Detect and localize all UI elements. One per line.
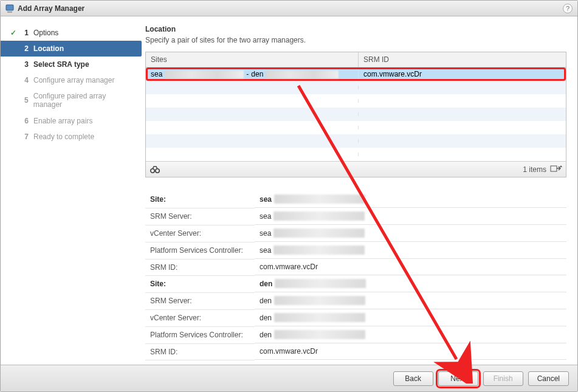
step-configure-array-manager: 4 Configure array manager: [1, 72, 142, 88]
step-options[interactable]: ✓ 1 Options: [1, 25, 142, 41]
step-label: Ready to complete: [33, 132, 94, 141]
grid-footer: 1 items: [146, 161, 566, 177]
wizard-footer: Back Next Finish Cancel: [1, 365, 577, 391]
site-b-prefix: den: [251, 70, 263, 78]
redacted-text: [274, 194, 365, 204]
svg-point-3: [156, 168, 159, 172]
detail-prefix: den: [260, 297, 272, 305]
detail-row: SRM ID:com.vmware.vcDr: [145, 259, 566, 275]
steps-sidebar: ✓ 1 Options 2 Location 3 Select SRA type…: [1, 16, 142, 365]
detail-value: sea: [255, 225, 566, 242]
grid-header-row: Sites SRM ID: [146, 52, 566, 67]
detail-prefix: sea: [260, 229, 271, 238]
step-ready-to-complete: 7 Ready to complete: [1, 129, 142, 145]
redacted-text: [165, 70, 244, 78]
redacted-text: [266, 70, 339, 78]
find-icon[interactable]: [150, 165, 160, 174]
svg-rect-0: [6, 5, 13, 10]
redacted-text: [274, 313, 365, 322]
detail-value: den: [255, 275, 566, 292]
redacted-text: [274, 296, 365, 305]
detail-row: SRM ID:com.vmware.vcDr: [145, 343, 566, 360]
step-label: Enable array pairs: [33, 117, 92, 125]
pager: 1 items: [523, 164, 562, 174]
detail-value: sea: [255, 242, 566, 259]
detail-row: Site:sea: [145, 191, 566, 208]
table-row: [146, 134, 566, 148]
detail-prefix: sea: [260, 212, 271, 221]
table-row[interactable]: sea - den com.vmware.vcDr: [146, 67, 566, 81]
col-header-srmid[interactable]: SRM ID: [359, 52, 566, 67]
detail-value: den: [255, 309, 566, 326]
step-number: 6: [22, 117, 29, 125]
redacted-text: [274, 246, 365, 255]
content-pane: Location Specify a pair of sites for the…: [142, 16, 577, 365]
detail-row: SRM Server:den: [145, 292, 566, 309]
checkmark-icon: ✓: [9, 29, 18, 37]
table-row: [146, 148, 566, 161]
step-label: Select SRA type: [33, 60, 89, 69]
detail-prefix: sea: [260, 195, 272, 204]
svg-rect-1: [7, 12, 12, 13]
wizard-body: ✓ 1 Options 2 Location 3 Select SRA type…: [1, 16, 577, 365]
step-number: 4: [22, 76, 29, 84]
grid-body: sea - den com.vmware.vcDr: [146, 67, 566, 161]
detail-row: Platform Services Controller:sea: [145, 242, 566, 259]
detail-key: Platform Services Controller:: [145, 242, 255, 259]
detail-key: SRM Server:: [145, 292, 255, 309]
detail-prefix: den: [260, 331, 272, 339]
redacted-text: [274, 229, 365, 238]
step-number: 5: [22, 96, 29, 105]
export-icon[interactable]: [550, 164, 562, 174]
detail-row: Site:den: [145, 275, 566, 292]
detail-prefix: den: [260, 314, 272, 322]
table-row: [146, 94, 566, 108]
back-button[interactable]: Back: [393, 371, 433, 386]
next-button[interactable]: Next: [438, 371, 478, 386]
step-label: Configure paired array manager: [33, 92, 136, 109]
table-row: [146, 81, 566, 94]
svg-rect-4: [551, 166, 557, 171]
detail-value: den: [255, 326, 566, 343]
detail-key: Site:: [145, 191, 255, 208]
srmid-cell: com.vmware.vcDr: [359, 68, 566, 80]
step-label: Configure array manager: [33, 76, 114, 84]
detail-row: vCenter Server:sea: [145, 225, 566, 242]
step-configure-paired-array-manager: 5 Configure paired array manager: [1, 88, 142, 113]
titlebar: Add Array Manager ?: [1, 1, 577, 16]
sites-grid: Sites SRM ID sea - den com.vmware.vc: [145, 52, 566, 177]
help-icon[interactable]: ?: [563, 4, 573, 13]
redacted-text: [274, 211, 365, 221]
step-location[interactable]: 2 Location: [1, 41, 142, 57]
section-title: Location: [145, 25, 566, 33]
redacted-text: [274, 330, 365, 339]
section-description: Specify a pair of sites for the two arra…: [145, 36, 566, 44]
site-a-prefix: sea: [151, 70, 162, 78]
finish-button: Finish: [483, 371, 523, 386]
detail-prefix: sea: [260, 246, 271, 255]
detail-key: Site:: [145, 275, 255, 292]
step-enable-array-pairs: 6 Enable array pairs: [1, 113, 142, 129]
step-select-sra-type[interactable]: 3 Select SRA type: [1, 57, 142, 72]
app-icon: [5, 4, 14, 13]
step-number: 1: [22, 29, 29, 37]
wizard-dialog: Add Array Manager ? ✓ 1 Options 2 Locati…: [0, 0, 578, 392]
detail-key: SRM ID:: [145, 343, 255, 360]
col-header-sites[interactable]: Sites: [146, 52, 359, 67]
detail-key: Platform Services Controller:: [145, 326, 255, 343]
detail-value: sea: [255, 208, 566, 225]
table-row: [146, 108, 566, 121]
detail-prefix: den: [260, 280, 272, 288]
titlebar-title: Add Array Manager: [18, 4, 84, 13]
item-count: 1 items: [523, 165, 546, 174]
detail-key: SRM ID:: [145, 259, 255, 275]
detail-value: com.vmware.vcDr: [255, 259, 566, 275]
site-details-table: Site:seaSRM Server:seavCenter Server:sea…: [145, 191, 566, 360]
site-separator: -: [246, 70, 249, 78]
detail-key: vCenter Server:: [145, 309, 255, 326]
table-row: [146, 121, 566, 134]
cancel-button[interactable]: Cancel: [528, 371, 569, 386]
detail-row: vCenter Server:den: [145, 309, 566, 326]
detail-row: SRM Server:sea: [145, 208, 566, 225]
detail-key: vCenter Server:: [145, 225, 255, 242]
